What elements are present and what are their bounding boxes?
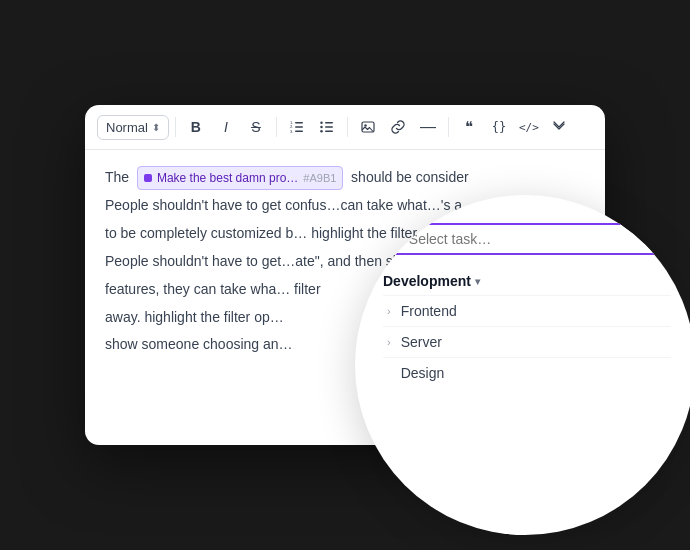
style-select-arrow: ⬍ — [152, 122, 160, 133]
mention-chip-label: Make the best damn pro… — [157, 168, 298, 188]
italic-button[interactable]: I — [212, 113, 240, 141]
task-search-bar[interactable]: # — [383, 223, 671, 255]
link-button[interactable] — [384, 113, 412, 141]
horizontal-rule-button[interactable]: — — [414, 113, 442, 141]
inline-code-button[interactable]: {} — [485, 113, 513, 141]
chevron-icon-frontend: › — [387, 305, 391, 317]
ordered-list-button[interactable]: 1.2.3. — [283, 113, 311, 141]
dropdown-item-design[interactable]: › Design — [383, 357, 671, 388]
more-options-button[interactable] — [545, 113, 573, 141]
item-label-design: Design — [401, 365, 445, 381]
toolbar-separator-2 — [276, 117, 277, 137]
task-spotlight: # Development ▾ › Frontend › Server — [355, 195, 690, 535]
style-select[interactable]: Normal ⬍ — [97, 115, 169, 140]
dropdown-item-frontend[interactable]: › Frontend — [383, 295, 671, 326]
svg-rect-8 — [325, 131, 333, 133]
dropdown-group-development[interactable]: Development ▾ — [383, 269, 671, 295]
mention-chip-dot — [144, 174, 152, 182]
svg-point-13 — [364, 124, 366, 126]
toolbar-separator-4 — [448, 117, 449, 137]
group-label-text: Development — [383, 273, 471, 289]
toolbar-separator-1 — [175, 117, 176, 137]
svg-rect-2 — [295, 131, 303, 133]
toolbar-separator-3 — [347, 117, 348, 137]
mention-chip[interactable]: Make the best damn pro… #A9B1 — [137, 166, 343, 190]
svg-rect-7 — [325, 126, 333, 128]
group-toggle-arrow: ▾ — [475, 276, 480, 287]
item-label-frontend: Frontend — [401, 303, 457, 319]
editor-toolbar: Normal ⬍ B I S 1.2.3. — ❝ — [85, 105, 605, 150]
code-block-button[interactable]: </> — [515, 113, 543, 141]
svg-point-9 — [320, 122, 323, 125]
unordered-list-button[interactable] — [313, 113, 341, 141]
image-button[interactable] — [354, 113, 382, 141]
task-search-input[interactable] — [409, 231, 659, 247]
mention-chip-hash: #A9B1 — [303, 169, 336, 188]
svg-point-11 — [320, 130, 323, 133]
bold-button[interactable]: B — [182, 113, 210, 141]
editor-card: Normal ⬍ B I S 1.2.3. — ❝ — [85, 105, 605, 445]
svg-point-10 — [320, 126, 323, 129]
item-label-server: Server — [401, 334, 442, 350]
svg-rect-6 — [325, 122, 333, 124]
dropdown-item-server[interactable]: › Server — [383, 326, 671, 357]
blockquote-button[interactable]: ❝ — [455, 113, 483, 141]
strikethrough-button[interactable]: S — [242, 113, 270, 141]
chevron-icon-server: › — [387, 336, 391, 348]
svg-rect-1 — [295, 126, 303, 128]
editor-line-1: The Make the best damn pro… #A9B1 should… — [105, 166, 585, 190]
svg-text:3.: 3. — [290, 129, 293, 134]
style-select-label: Normal — [106, 120, 148, 135]
task-dropdown-list: Development ▾ › Frontend › Server › Desi… — [383, 269, 671, 388]
svg-rect-0 — [295, 122, 303, 124]
